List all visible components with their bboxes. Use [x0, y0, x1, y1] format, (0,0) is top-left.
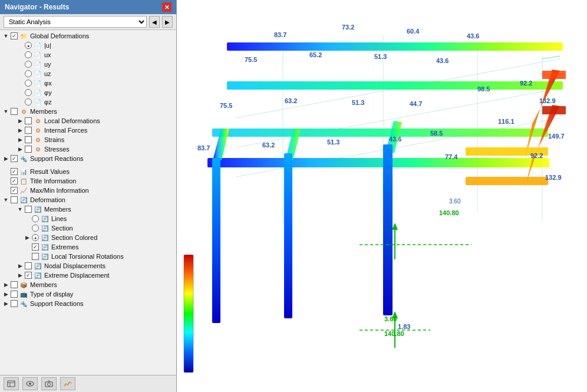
radio-u-abs[interactable] — [25, 42, 32, 49]
tree-item-result-values[interactable]: 📊 Result Values — [0, 167, 176, 176]
checkbox-nodal-disp[interactable] — [25, 262, 32, 269]
checkbox-maxmin-info[interactable] — [11, 187, 18, 194]
svg-text:132.9: 132.9 — [539, 97, 556, 104]
tree-item-phiy[interactable]: 📄 φy — [0, 88, 176, 97]
tree-item-uy[interactable]: 📄 uy — [0, 60, 176, 69]
members-icon: ⚙ — [19, 107, 28, 116]
tree-item-title-info[interactable]: 📋 Title Information — [0, 176, 176, 186]
tree-item-members2[interactable]: ▶ 📦 Members — [0, 280, 176, 289]
view-btn[interactable] — [4, 377, 19, 390]
close-button[interactable]: ✕ — [162, 2, 172, 12]
label-section: Section — [51, 225, 73, 232]
checkbox-type-display[interactable] — [11, 291, 18, 298]
radio-uy[interactable] — [25, 61, 32, 68]
checkbox-stresses[interactable] — [25, 146, 32, 153]
checkbox-title-info[interactable] — [11, 177, 18, 185]
tree-item-section[interactable]: 🔄 Section — [0, 223, 176, 233]
checkbox-members2[interactable] — [11, 281, 18, 288]
label-members2: Members — [30, 281, 57, 288]
label-ux: ux — [44, 51, 51, 58]
tree-item-phiz[interactable]: 📄 φz — [0, 97, 176, 107]
svg-text:1.83: 1.83 — [398, 323, 410, 330]
tree-item-support-react2[interactable]: ▶ 🔩 Support Reactions — [0, 299, 176, 308]
tree-item-extremes[interactable]: 🔄 Extremes — [0, 242, 176, 252]
checkbox-def-members[interactable] — [25, 206, 32, 213]
tree-item-internal-forces[interactable]: ▶ ⚙ Internal Forces — [0, 126, 176, 135]
label-maxmin-info: Max/Min Information — [30, 187, 89, 194]
tree-item-maxmin-info[interactable]: 📈 Max/Min Information — [0, 186, 176, 195]
checkbox-strains[interactable] — [25, 136, 32, 143]
label-support-react2: Support Reactions — [30, 300, 84, 307]
label-members: Members — [30, 108, 57, 115]
svg-text:77.4: 77.4 — [445, 153, 458, 160]
graph-btn[interactable] — [60, 377, 75, 390]
svg-text:60.4: 60.4 — [407, 28, 420, 35]
checkbox-global-deformations[interactable] — [11, 32, 18, 39]
svg-rect-16 — [227, 81, 563, 90]
expander-deformation: ▼ — [2, 196, 9, 203]
checkbox-support-react[interactable] — [11, 155, 18, 162]
tree-item-nodal-disp[interactable]: ▶ 🔄 Nodal Displacements — [0, 261, 176, 271]
analysis-dropdown[interactable]: Static Analysis — [4, 16, 147, 28]
radio-section-colored[interactable] — [32, 234, 39, 241]
maxmin-info-icon: 📈 — [19, 186, 28, 195]
page-icon-uz: 📄 — [33, 70, 42, 78]
tree-item-uz[interactable]: 📄 uz — [0, 69, 176, 78]
radio-phiy[interactable] — [25, 89, 32, 96]
tree-item-ux[interactable]: 📄 ux — [0, 50, 176, 60]
expander-support-react2: ▶ — [2, 300, 9, 307]
tree-item-deformation[interactable]: ▼ 🔄 Deformation — [0, 195, 176, 205]
tree-item-local-torsional[interactable]: 🔄 Local Torsional Rotations — [0, 252, 176, 261]
radio-uz[interactable] — [25, 70, 32, 77]
label-uz: uz — [44, 70, 51, 77]
checkbox-local-torsional[interactable] — [32, 253, 39, 260]
tree-item-stresses[interactable]: ▶ ⚙ Stresses — [0, 144, 176, 154]
title-info-icon: 📋 — [19, 177, 28, 185]
eye-btn[interactable] — [22, 377, 38, 390]
checkbox-extremes[interactable] — [32, 243, 39, 251]
checkbox-local-def[interactable] — [25, 117, 32, 124]
radio-phiz[interactable] — [25, 98, 32, 106]
tree-item-def-members[interactable]: ▼ 🔄 Members — [0, 205, 176, 214]
checkbox-internal-forces[interactable] — [25, 127, 32, 134]
view-icon — [7, 380, 15, 388]
tree-item-local-deformations[interactable]: ▶ ⚙ Local Deformations — [0, 116, 176, 126]
tree-item-type-display[interactable]: ▶ 📺 Type of display — [0, 289, 176, 299]
svg-text:92.2: 92.2 — [530, 152, 543, 159]
checkbox-extreme-disp[interactable] — [25, 272, 32, 279]
tree-item-strains[interactable]: ▶ ⚙ Strains — [0, 135, 176, 144]
next-button[interactable]: ▶ — [162, 16, 173, 28]
tree-item-extreme-disp[interactable]: ▶ 🔄 Extreme Displacement — [0, 271, 176, 280]
checkbox-deformation[interactable] — [11, 196, 18, 203]
svg-rect-27 — [466, 177, 548, 185]
folder-icon: 📁 — [19, 32, 28, 40]
extreme-disp-icon: 🔄 — [33, 271, 42, 279]
checkbox-members[interactable] — [11, 108, 18, 115]
result-vals-icon: 📊 — [19, 167, 28, 176]
checkbox-result-vals[interactable] — [11, 168, 18, 175]
navigator-panel: Navigator - Results ✕ Static Analysis ◀ … — [0, 0, 177, 392]
radio-ux[interactable] — [25, 51, 32, 58]
navigator-title-bar: Navigator - Results ✕ — [0, 0, 176, 14]
expander-local-torsional — [24, 253, 31, 260]
tree-item-members[interactable]: ▼ ⚙ Members — [0, 107, 176, 116]
svg-text:132.9: 132.9 — [545, 174, 562, 181]
radio-lines[interactable] — [32, 215, 39, 222]
camera-btn[interactable] — [41, 377, 57, 390]
local-torsional-icon: 🔄 — [40, 252, 50, 261]
lines-icon: 🔄 — [40, 215, 50, 223]
label-def-members: Members — [44, 206, 71, 213]
radio-phix[interactable] — [25, 80, 32, 87]
prev-button[interactable]: ◀ — [149, 16, 160, 28]
camera-icon — [45, 380, 53, 388]
tree-item-global-deformations[interactable]: ▼ 📁 Global Deformations — [0, 31, 176, 41]
tree-item-lines[interactable]: 🔄 Lines — [0, 214, 176, 223]
tree-item-support-reactions[interactable]: ▶ 🔩 Support Reactions — [0, 154, 176, 163]
svg-rect-15 — [227, 42, 563, 51]
radio-section[interactable] — [32, 225, 39, 232]
tree-item-section-colored[interactable]: ▶ 🔄 Section Colored — [0, 233, 176, 242]
checkbox-support-react2[interactable] — [11, 300, 18, 307]
nav-bottom-bar — [0, 375, 176, 392]
tree-item-phix[interactable]: 📄 φx — [0, 78, 176, 88]
tree-item-u-abs[interactable]: 📄 |u| — [0, 41, 176, 50]
